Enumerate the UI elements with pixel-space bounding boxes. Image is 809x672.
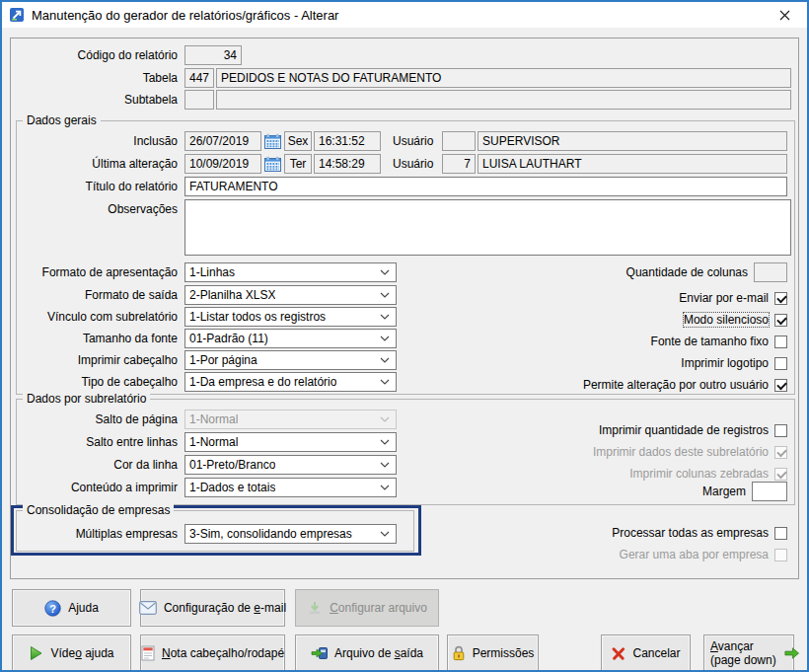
configure-file-button: Configurar arquivo bbox=[295, 589, 439, 627]
tipo-cabecalho-label: Tipo de cabeçalho bbox=[12, 375, 184, 389]
chevron-down-icon bbox=[380, 314, 390, 320]
enviar-email-row: Enviar por e-mail bbox=[679, 288, 787, 308]
header-note-button[interactable]: Nota cabeçalho/rodapé bbox=[140, 635, 285, 672]
codigo-row: Código do relatório bbox=[12, 45, 242, 65]
usuario2-number-field bbox=[442, 154, 476, 174]
conteudo-imprimir-row: Conteúdo a imprimir 1-Dados e totais bbox=[12, 478, 397, 497]
email-config-button[interactable]: Configuração de e-mail bbox=[140, 589, 285, 627]
gerar-aba-empresa-label: Gerar uma aba por empresa bbox=[620, 548, 769, 561]
permite-alteracao-checkbox[interactable] bbox=[774, 379, 787, 392]
processar-empresas-row: Processar todas as empresas bbox=[612, 523, 787, 543]
imprimir-colunas-zebradas-row: Imprimir colunas zebradas bbox=[629, 464, 787, 484]
chevron-down-icon bbox=[380, 379, 390, 385]
chevron-down-icon bbox=[380, 336, 390, 341]
permissions-button[interactable]: Permissões bbox=[447, 635, 539, 672]
vinculo-subrelatorio-label: Vínculo com subrelatório bbox=[12, 310, 184, 324]
usuario2-name-field bbox=[478, 154, 787, 174]
enviar-email-checkbox[interactable] bbox=[774, 292, 787, 305]
fonte-fixa-label: Fonte de tamanho fixo bbox=[651, 335, 769, 348]
tipo-cabecalho-row: Tipo de cabeçalho 1-Da empresa e do rela… bbox=[12, 372, 397, 392]
chevron-down-icon bbox=[380, 485, 390, 490]
inclusao-weekday-field bbox=[284, 131, 312, 151]
usuario1-label: Usuário bbox=[393, 134, 438, 148]
imprimir-qtd-registros-row: Imprimir quantidade de registros bbox=[599, 420, 787, 440]
modo-silencioso-checkbox[interactable] bbox=[774, 314, 787, 327]
codigo-field bbox=[184, 45, 242, 65]
salto-linhas-label: Salto entre linhas bbox=[12, 435, 184, 449]
subtabela-name-field bbox=[216, 90, 791, 110]
gerar-aba-empresa-checkbox bbox=[774, 549, 787, 561]
titulo-field[interactable] bbox=[184, 177, 787, 196]
salto-linhas-row: Salto entre linhas 1-Normal bbox=[12, 432, 397, 452]
multiplas-empresas-row: Múltiplas empresas 3-Sim, consolidando e… bbox=[12, 524, 397, 544]
close-icon[interactable] bbox=[763, 2, 807, 28]
note-icon bbox=[141, 645, 155, 661]
margem-field[interactable] bbox=[752, 482, 787, 501]
quantidade-colunas-row: Quantidade de colunas bbox=[626, 262, 787, 282]
imprimir-qtd-registros-checkbox[interactable] bbox=[774, 424, 787, 437]
multiplas-empresas-label: Múltiplas empresas bbox=[12, 527, 184, 541]
config-file-icon bbox=[307, 600, 323, 616]
fonte-fixa-row: Fonte de tamanho fixo bbox=[651, 332, 787, 351]
margem-row: Margem bbox=[702, 482, 787, 501]
formato-saida-select[interactable]: 2-Planilha XLSX bbox=[184, 285, 397, 305]
salto-linhas-select[interactable]: 1-Normal bbox=[184, 432, 397, 452]
tabela-label: Tabela bbox=[12, 71, 184, 85]
chevron-down-icon bbox=[380, 357, 390, 363]
lock-icon bbox=[452, 645, 466, 661]
subtabela-label: Subtabela bbox=[12, 93, 184, 107]
vinculo-subrelatorio-select[interactable]: 1-Listar todos os registros bbox=[184, 307, 397, 327]
conteudo-imprimir-select[interactable]: 1-Dados e totais bbox=[184, 478, 397, 497]
processar-empresas-checkbox[interactable] bbox=[774, 527, 787, 540]
email-icon bbox=[139, 601, 157, 615]
next-icon bbox=[783, 646, 800, 660]
cor-linha-label: Cor da linha bbox=[12, 458, 184, 472]
alteracao-date-field bbox=[184, 154, 261, 174]
inclusao-label: Inclusão bbox=[12, 134, 184, 148]
video-help-button[interactable]: Vídeo ajuda bbox=[12, 635, 131, 672]
next-button[interactable]: Avançar (page down) bbox=[703, 635, 794, 672]
imprimir-logotipo-checkbox[interactable] bbox=[774, 357, 787, 370]
help-icon: ? bbox=[44, 600, 61, 617]
cancel-icon bbox=[611, 646, 625, 661]
chevron-down-icon bbox=[380, 462, 390, 468]
tipo-cabecalho-select[interactable]: 1-Da empresa e do relatório bbox=[184, 372, 397, 392]
imprimir-cabecalho-row: Imprimir cabeçalho 1-Por página bbox=[12, 350, 397, 370]
play-icon bbox=[29, 645, 43, 661]
cor-linha-select[interactable]: 01-Preto/Branco bbox=[184, 455, 397, 475]
observacoes-label-row: Observações bbox=[12, 199, 184, 219]
vinculo-subrelatorio-row: Vínculo com subrelatório 1-Listar todos … bbox=[12, 307, 397, 327]
help-button[interactable]: ? Ajuda bbox=[12, 589, 131, 627]
alteracao-weekday-field bbox=[284, 154, 312, 174]
codigo-label: Código do relatório bbox=[12, 48, 184, 62]
calendar-icon[interactable] bbox=[263, 132, 282, 151]
output-file-button[interactable]: Arquivo de saída bbox=[295, 635, 439, 672]
alteracao-row: Última alteração Usuário bbox=[12, 154, 787, 174]
imprimir-colunas-zebradas-checkbox bbox=[774, 468, 787, 481]
permite-alteracao-row: Permite alteração por outro usuário bbox=[583, 375, 787, 395]
tamanho-fonte-select[interactable]: 01-Padrão (11) bbox=[184, 329, 397, 348]
imprimir-cabecalho-select[interactable]: 1-Por página bbox=[184, 350, 397, 370]
salto-pagina-row: Salto de página 1-Normal bbox=[12, 410, 397, 429]
fonte-fixa-checkbox[interactable] bbox=[774, 336, 787, 348]
tamanho-fonte-row: Tamanho da fonte 01-Padrão (11) bbox=[12, 329, 397, 348]
observacoes-label: Observações bbox=[12, 202, 184, 216]
formato-saida-row: Formato de saída 2-Planilha XLSX bbox=[12, 285, 397, 305]
salto-pagina-label: Salto de página bbox=[12, 412, 184, 426]
chevron-down-icon bbox=[380, 269, 390, 275]
modo-silencioso-row: Modo silencioso bbox=[684, 310, 787, 330]
multiplas-empresas-select[interactable]: 3-Sim, consolidando empresas bbox=[184, 524, 397, 544]
formato-apresentacao-select[interactable]: 1-Linhas bbox=[184, 262, 397, 282]
imprimir-dados-subrel-checkbox bbox=[774, 446, 787, 459]
quantidade-colunas-label: Quantidade de colunas bbox=[626, 265, 748, 279]
observacoes-field[interactable] bbox=[184, 199, 791, 256]
window-title: Manutenção do gerador de relatórios/gráf… bbox=[32, 8, 338, 23]
calendar-icon[interactable] bbox=[263, 155, 282, 174]
processar-empresas-label: Processar todas as empresas bbox=[612, 526, 769, 540]
cancel-button[interactable]: Cancelar bbox=[601, 635, 691, 672]
usuario1-name-field bbox=[478, 131, 787, 151]
imprimir-qtd-registros-label: Imprimir quantidade de registros bbox=[599, 423, 769, 437]
enviar-email-label: Enviar por e-mail bbox=[679, 291, 769, 305]
inclusao-time-field bbox=[314, 131, 381, 151]
modo-silencioso-label: Modo silencioso bbox=[684, 313, 769, 327]
